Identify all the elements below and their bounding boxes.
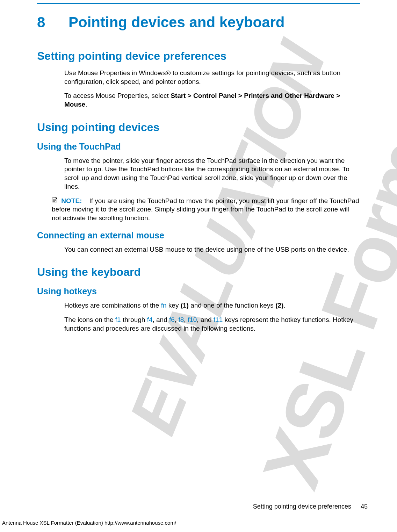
footer-generator: Antenna House XSL Formatter (Evaluation)…: [2, 520, 176, 526]
subsection-touchpad: Using the TouchPad: [37, 142, 360, 152]
body-text: Hotkeys are combinations of the fn key (…: [64, 301, 360, 310]
footer-section-ref: Setting pointing device preferences: [253, 503, 351, 510]
note-text: If you are using the TouchPad to move th…: [52, 197, 359, 222]
page-number: 45: [361, 503, 368, 510]
key-f8: f8: [178, 316, 184, 323]
text-run: .: [283, 302, 285, 309]
key-fn: fn: [161, 302, 167, 309]
text-run: .: [85, 101, 87, 108]
body-text: To access Mouse Properties, select Start…: [64, 92, 360, 109]
text-run: , and: [152, 316, 169, 323]
body-text: Use Mouse Properties in Windows® to cust…: [64, 69, 360, 86]
note-icon: [52, 197, 59, 206]
key-f11: f11: [214, 316, 223, 323]
text-run: Hotkeys are combinations of the: [64, 302, 161, 309]
subsection-external-mouse: Connecting an external mouse: [37, 230, 360, 240]
page-content: 8Pointing devices and keyboard Setting p…: [0, 3, 397, 333]
section-using-keyboard: Using the keyboard: [37, 266, 360, 279]
body-text: To move the pointer, slide your finger a…: [64, 157, 360, 191]
subsection-hotkeys: Using hotkeys: [37, 286, 360, 296]
top-rule: [37, 3, 360, 4]
callout-1: (1): [181, 302, 189, 309]
text-run: The icons on the: [64, 316, 115, 323]
text-run: To access Mouse Properties, select: [64, 92, 171, 99]
footer-right: Setting pointing device preferences 45: [253, 503, 368, 510]
note-block: NOTE: If you are using the TouchPad to m…: [52, 197, 360, 223]
key-f4: f4: [147, 316, 153, 323]
key-f6: f6: [169, 316, 175, 323]
note-text: [84, 197, 89, 204]
chapter-number: 8: [37, 14, 68, 31]
text-run: key: [167, 302, 181, 309]
text-run: ,: [184, 316, 188, 323]
key-f1: f1: [115, 316, 121, 323]
callout-2: (2): [275, 302, 283, 309]
text-run: ,: [175, 316, 179, 323]
chapter-title: 8Pointing devices and keyboard: [37, 14, 360, 31]
text-run: and one of the function keys: [189, 302, 275, 309]
body-text: You can connect an external USB mouse to…: [64, 245, 360, 254]
body-text: The icons on the f1 through f4, and f6, …: [64, 316, 360, 333]
chapter-title-text: Pointing devices and keyboard: [68, 14, 285, 30]
key-f10: f10: [188, 316, 197, 323]
text-run: through: [121, 316, 147, 323]
note-label: NOTE:: [61, 197, 82, 204]
text-run: , and: [197, 316, 214, 323]
section-using-pointing: Using pointing devices: [37, 121, 360, 134]
section-setting-preferences: Setting pointing device preferences: [37, 50, 360, 63]
